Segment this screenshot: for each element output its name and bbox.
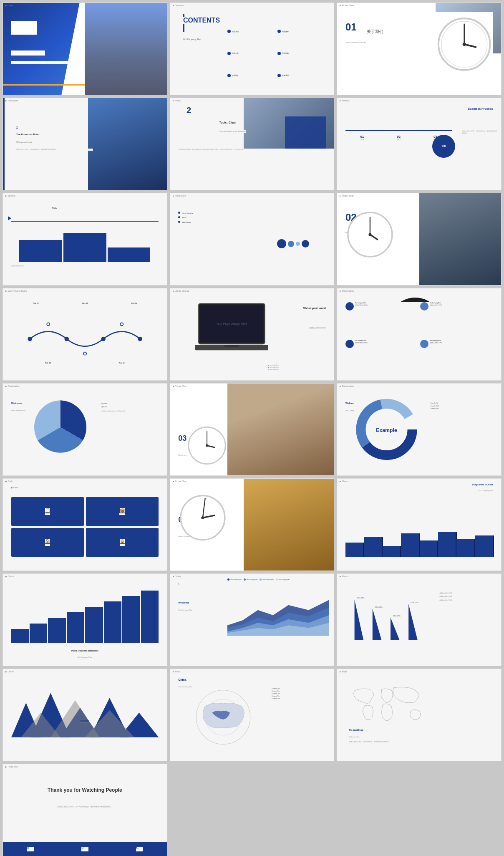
- triangles-area: 60%-70% 60%-70% 60%-70% 60%-70%: [345, 583, 436, 652]
- slide-11-label: ▶ Laptop Mockup: [173, 290, 189, 292]
- bar3d-6: [438, 532, 456, 557]
- slide-15: ▶ Presentation Welcome Our Company Plan …: [337, 383, 501, 476]
- pres-text-4: Our Company Plan 这里输入您的文字内容: [430, 340, 442, 344]
- item-label-2: Music: [182, 217, 186, 219]
- wave-svg: [11, 321, 159, 357]
- step-1: 01 Title A: [345, 135, 379, 140]
- pres-body-3: 这里输入您的文字内容: [355, 342, 368, 344]
- blue-footer: 🌐 Site Url Here 📧 Site Url Here 📞 Site U…: [3, 842, 167, 856]
- menu-item-6: 未来展望: [277, 65, 326, 86]
- slide-1: ▶ Cover 2030 公司/企业简介PPT模板 PPT is a great…: [3, 3, 167, 95]
- legend-text-3: Well Company Plan: [262, 579, 273, 581]
- legend-20-2: Next Company Plan: [244, 578, 258, 581]
- worldmap-title: The Worldmap: [349, 729, 363, 731]
- svg-text:60%-70%: 60%-70%: [393, 615, 401, 617]
- slide-14: ▶ Picture Slide 03 管理团队 Please be back i…: [170, 383, 335, 476]
- legend-20-1: Your Company Plan: [227, 578, 242, 581]
- bc-bar-1: [11, 629, 29, 643]
- step-2-num: 02: [382, 135, 416, 139]
- slide-19: ▶ Charts Public Relations Worldwide Our …: [3, 573, 167, 666]
- bc-bar-8: [141, 591, 159, 643]
- menu-icon-2: [277, 30, 281, 33]
- circle-small: [296, 242, 300, 246]
- svg-point-11: [101, 337, 106, 341]
- slide-24-label: ▶ Maps: [340, 670, 347, 673]
- menu-icon-3: [227, 52, 231, 55]
- clock-area: [436, 12, 493, 76]
- menu-icon-4: [277, 52, 281, 55]
- clock-9-svg: [345, 202, 395, 267]
- slide-6: ▶ Process Business Process 01 Title A 02…: [337, 98, 501, 190]
- bar3d-2: [364, 537, 381, 557]
- point-1: 1) Point: [101, 402, 159, 405]
- topic-sub: Second Title As this Article to: [219, 130, 246, 133]
- laptop-shape: Your Page Design Here: [195, 298, 269, 357]
- legend-20-3: Well Company Plan: [260, 578, 273, 581]
- bc-bar-3: [48, 618, 66, 643]
- show-text: Show your word: [303, 307, 325, 310]
- slide-16-label: ▶ Dash: [5, 480, 13, 482]
- pie-svg: [28, 397, 93, 457]
- subtitle-en: Please be back in 3 Minutes: [345, 41, 366, 43]
- contents-title: CONTENTS: [183, 17, 220, 24]
- slide-18-label: ▶ Charts: [340, 480, 348, 482]
- slide-12: ▶ Presentation Our Company Plan 这里输入您的文字…: [337, 288, 501, 381]
- legend-text-4: Best Company Plan: [279, 579, 290, 581]
- footer-url-1: Site Url Here: [27, 850, 34, 851]
- slide-11: ▶ Laptop Mockup Your Page Design Here Sh…: [170, 288, 335, 381]
- item-row-3: Web Design: [178, 221, 252, 223]
- svg-marker-40: [391, 617, 400, 640]
- dash-icon-4: 🔒: [120, 539, 125, 543]
- svg-point-8: [368, 233, 371, 236]
- bars3d: [345, 521, 493, 557]
- bc-bar-5: [85, 607, 103, 643]
- dash-header: ▶ Dash: [11, 486, 18, 489]
- wave-bot-2: Title 04: [119, 362, 125, 364]
- slide-21-label: ▶ Charts: [340, 575, 348, 578]
- text-13: 这里输入您的文字内容，文字内容请勿过多: [101, 410, 159, 412]
- slide-8-label: ▶ Article Style: [173, 194, 186, 197]
- pres-text-2: Our Company Plan 这里输入您的文字内容: [430, 302, 442, 306]
- laptop-item-3: ▶ Item details here: [268, 369, 325, 371]
- pres-circle-3: [345, 340, 354, 348]
- step-2: 02 Title B: [382, 135, 416, 140]
- slide-14-label: ▶ Picture Slide: [173, 385, 186, 387]
- map-area: [178, 687, 268, 747]
- china-item-5: Company Title: [272, 697, 329, 700]
- power-title: The Power on Point: [16, 133, 39, 136]
- slide-23-label: ▶ Maps: [173, 670, 180, 673]
- dash-icon-1: 📋: [45, 508, 50, 513]
- svg-marker-39: [373, 609, 382, 640]
- svg-point-14: [83, 352, 86, 355]
- schema-title: Title: [52, 207, 57, 210]
- pres-body-4: 这里输入您的文字内容: [430, 342, 442, 344]
- step-1-num: 01: [345, 135, 379, 139]
- slide-22-label: ▶ Charts: [5, 670, 14, 673]
- chart-sub-18: Our Company Plan: [479, 490, 493, 492]
- svg-marker-38: [355, 599, 364, 640]
- bc-bar-2: [30, 624, 47, 643]
- item-dot-2: [178, 216, 180, 218]
- footer-item-2: 📧 Site Url Here: [81, 847, 88, 851]
- world-circle-svg: [178, 687, 268, 747]
- win-text: WIN: [442, 145, 446, 147]
- dash-item-1: 📋 Title One: [11, 497, 84, 526]
- menu-label-4: 营销策略: [282, 52, 289, 54]
- sail-image: [244, 479, 334, 571]
- clock-14-svg: [186, 425, 227, 466]
- title-cn: 关于我们: [367, 29, 383, 35]
- year-text: 2030: [11, 21, 37, 35]
- item-row-2: Music: [178, 216, 252, 219]
- pres-grid: Our Company Plan 这里输入您的文字内容 Our Company …: [345, 302, 493, 376]
- chart-title-19: Public Relations Worldwide: [71, 649, 98, 652]
- menu-icon-5: [227, 74, 231, 77]
- thanks-sub: 这里输入您的文字内容，文字内容请勿过多，建议精炼语言阐述主要观点。: [57, 805, 112, 808]
- dash-item-4: 🔒 Title Four: [86, 528, 159, 557]
- slide-7: ▶ Schema Title 这里输入您的文字内容: [3, 193, 167, 285]
- area-svg: [227, 583, 329, 647]
- article-num: 2: [186, 106, 191, 115]
- slide-13: ▶ Presentation Welcome Our Company Plan …: [3, 383, 167, 476]
- svg-point-33: [202, 516, 204, 519]
- slide-25-label: ▶ Thank You: [5, 765, 18, 768]
- footer-url-2: Site Url Here: [81, 850, 88, 851]
